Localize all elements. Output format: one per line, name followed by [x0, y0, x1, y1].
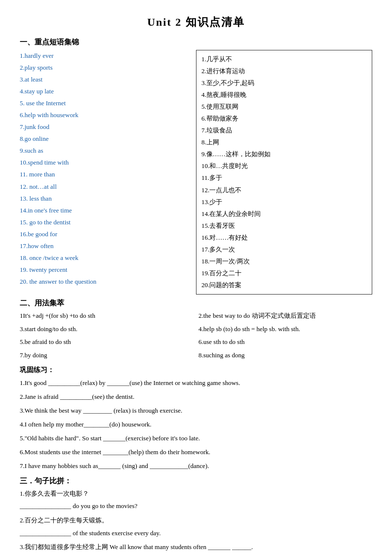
- vocab-en-item: 4.stay up late: [20, 85, 191, 97]
- practice-section: 巩固练习： 1.It's good __________(relax) by _…: [20, 366, 372, 472]
- vocab-cn-item: 20.问题的答案: [201, 279, 367, 291]
- sentence-en: ________________ do you go to the movies…: [20, 500, 372, 512]
- vocab-cn-item: 7.垃圾食品: [201, 125, 367, 136]
- section1-title: 一、重点短语集锦: [20, 38, 372, 47]
- vocab-en-item: 13. less than: [20, 193, 191, 205]
- vocab-en-item: 8.go online: [20, 133, 191, 145]
- vocab-cn-item: 1.几乎从不: [201, 53, 367, 65]
- vocab-en-item: 14.in one's free time: [20, 205, 191, 216]
- usage-item: 3.start doing/to do sth.: [20, 323, 194, 336]
- vocab-en-item: 15. go to the dentist: [20, 216, 191, 228]
- practice-title: 巩固练习：: [20, 366, 372, 375]
- vocab-cn-item: 13.少于: [201, 196, 367, 208]
- usage-item: 8.suching as dong: [198, 349, 372, 362]
- vocab-en-item: 5. use the Internet: [20, 97, 191, 109]
- vocab-cn-item: 3.至少,不少于,起码: [201, 77, 367, 89]
- sentence-list: 1.你多久去看一次电影？________________ do you go t…: [20, 488, 372, 555]
- vocab-en-item: 17.how often: [20, 240, 191, 252]
- vocab-en-item: 7.junk food: [20, 121, 191, 133]
- usage-item: 2.the best way to do 动词不定式做后置定语: [198, 310, 372, 322]
- section2-title: 二、用法集萃: [20, 299, 372, 308]
- usage-item: 6.use sth to do sth: [198, 336, 372, 348]
- usage-item: 4.help sb (to) do sth = help sb. with st…: [198, 323, 372, 336]
- vocab-en-item: 18. once /twice a week: [20, 252, 191, 264]
- sentence-en: ________________ of the students exercis…: [20, 527, 372, 540]
- sentence-cn: 2.百分之二十的学生每天锻炼。: [20, 514, 372, 527]
- practice-item: 5."Old habits die hard". So start ______…: [20, 432, 372, 445]
- vocab-en-item: 2.play sports: [20, 62, 191, 74]
- vocab-cn-item: 15.去看牙医: [201, 220, 367, 232]
- practice-item: 1.It's good __________(relax) by _______…: [20, 377, 372, 389]
- vocab-en-item: 12. not…at all: [20, 181, 191, 193]
- vocab-cn-item: 4.熬夜,睡得很晚: [201, 89, 367, 101]
- vocab-en-item: 20. the answer to the question: [20, 276, 191, 288]
- vocab-cn-item: 11.多于: [201, 172, 367, 184]
- usage-item: 5.be afraid to do sth: [20, 336, 194, 348]
- sentence-cn: 3.我们都知道很多学生经常上网 We all know that many st…: [20, 541, 372, 554]
- practice-item: 2.Jane is afraid __________(see) the den…: [20, 390, 372, 403]
- vocab-cn-list: 1.几乎从不2.进行体育运动3.至少,不少于,起码4.熬夜,睡得很晚5.使用互联…: [196, 50, 372, 295]
- vocab-cn-item: 16.对……有好处: [201, 232, 367, 244]
- vocab-cn-item: 19.百分之二十: [201, 267, 367, 279]
- practice-item: 7.I have many hobbies such as_______ (si…: [20, 460, 372, 472]
- vocab-en-list: 1.hardly ever2.play sports3.at least4.st…: [20, 50, 196, 295]
- vocab-en-item: 16.be good for: [20, 228, 191, 240]
- usage-grid: 1It's +adj +(for sb) +to do sth2.the bes…: [20, 310, 372, 362]
- vocab-en-item: 6.help with housework: [20, 109, 191, 121]
- vocab-cn-item: 5.使用互联网: [201, 101, 367, 113]
- page-title: Unit 2 知识点清单: [20, 15, 372, 30]
- vocab-en-item: 9.such as: [20, 145, 191, 157]
- sentence-section: 三．句子比拼： 1.你多久去看一次电影？________________ do …: [20, 476, 372, 555]
- section2: 二、用法集萃 1It's +adj +(for sb) +to do sth2.…: [20, 299, 372, 362]
- practice-item: 6.Most students use the internet _______…: [20, 446, 372, 459]
- vocab-en-item: 19. twenty percent: [20, 264, 191, 276]
- vocab-cn-item: 9.像……这样，比如例如: [201, 148, 367, 160]
- vocab-cn-item: 8.上网: [201, 136, 367, 148]
- sentence-title: 三．句子比拼：: [20, 476, 372, 486]
- practice-item: 4.I often help my mother________(do) hou…: [20, 418, 372, 431]
- vocab-cn-item: 6.帮助做家务: [201, 113, 367, 125]
- usage-item: 1It's +adj +(for sb) +to do sth: [20, 310, 194, 322]
- vocab-cn-item: 10.和…共度时光: [201, 160, 367, 172]
- sentence-cn: 1.你多久去看一次电影？: [20, 488, 372, 500]
- vocab-cn-item: 12.一点儿也不: [201, 184, 367, 196]
- usage-item: 7.by doing: [20, 349, 194, 362]
- vocab-en-item: 11. more than: [20, 169, 191, 180]
- vocab-cn-item: 17.多久一次: [201, 244, 367, 256]
- vocab-en-item: 10.spend time with: [20, 157, 191, 169]
- practice-item: 3.We think the best way _________ (relax…: [20, 404, 372, 417]
- vocab-cn-item: 2.进行体育运动: [201, 65, 367, 77]
- vocab-en-item: 3.at least: [20, 74, 191, 85]
- vocab-cn-item: 14.在某人的业余时间: [201, 208, 367, 220]
- vocab-en-item: 1.hardly ever: [20, 50, 191, 62]
- section1: 一、重点短语集锦 1.hardly ever2.play sports3.at …: [20, 38, 372, 295]
- vocab-cn-item: 18.一周一次/两次: [201, 256, 367, 267]
- practice-list: 1.It's good __________(relax) by _______…: [20, 377, 372, 472]
